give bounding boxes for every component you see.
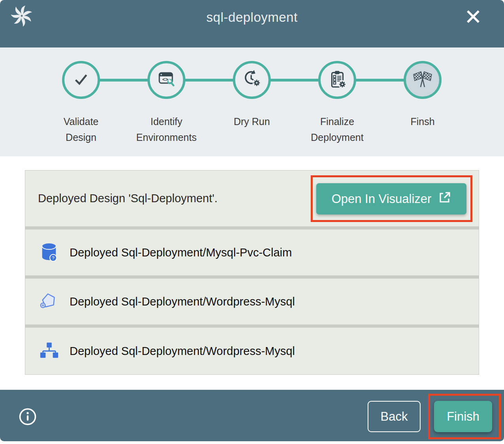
list-item-text: Deployed Sql-Deployment/Wordpress-Mysql	[70, 345, 295, 358]
step-finish	[404, 61, 442, 99]
svg-text:?: ?	[52, 256, 54, 260]
list-item-text: Deployed Sql-Deployment/Wordpress-Mysql	[70, 295, 295, 308]
step-label-dry-run: Dry Run	[204, 114, 299, 129]
finish-button[interactable]: Finish	[434, 401, 492, 432]
deployed-design-message: Deployed Design 'Sql-Deployment'.	[38, 192, 217, 205]
open-in-visualizer-label: Open In Visualizer	[332, 192, 432, 206]
open-in-visualizer-button[interactable]: Open In Visualizer	[316, 183, 466, 214]
deployment-stepper: <>	[0, 47, 504, 156]
deployment-wizard-dialog: sql-deployment <>	[0, 0, 504, 444]
stepper-connector	[355, 79, 405, 82]
database-icon: ?	[38, 241, 60, 264]
code-wrench-icon: <>	[157, 70, 176, 90]
back-button[interactable]: Back	[368, 401, 421, 432]
layer5-pinwheel-logo	[10, 4, 33, 27]
list-item: ? Deployed Sql-Deployment/Mysql-Pvc-Clai…	[25, 230, 479, 275]
finish-flags-icon	[412, 69, 434, 91]
dry-run-icon	[242, 69, 262, 91]
stepper-connector	[184, 79, 234, 82]
step-label-finalize-deployment: FinalizeDeployment	[290, 114, 385, 145]
hierarchy-icon	[38, 340, 60, 362]
check-icon	[71, 69, 91, 91]
close-icon[interactable]	[463, 7, 483, 27]
external-link-icon	[438, 191, 451, 207]
stepper-connector	[99, 79, 149, 82]
info-icon[interactable]	[19, 408, 37, 426]
service-icon	[38, 290, 60, 313]
stepper-connector	[270, 79, 319, 82]
dialog-title: sql-deployment	[79, 9, 425, 25]
step-identify-environments: <>	[147, 61, 185, 99]
step-label-finish: Finsh	[375, 114, 470, 129]
step-finalize-deployment	[318, 61, 356, 99]
dialog-header: sql-deployment	[0, 0, 504, 47]
step-label-identify-environments: IdentifyEnvironments	[119, 114, 214, 145]
step-validate-design	[62, 61, 100, 99]
list-item-text: Deployed Sql-Deployment/Mysql-Pvc-Claim	[70, 246, 292, 259]
clipboard-gear-icon	[327, 69, 347, 91]
list-item: Deployed Sql-Deployment/Wordpress-Mysql	[25, 328, 479, 374]
step-dry-run	[233, 61, 271, 99]
step-label-validate-design: ValidateDesign	[34, 114, 128, 145]
dialog-footer	[0, 390, 504, 441]
back-button-label: Back	[381, 410, 408, 423]
list-item: Deployed Sql-Deployment/Wordpress-Mysql	[25, 279, 479, 324]
finish-button-label: Finish	[447, 410, 479, 423]
